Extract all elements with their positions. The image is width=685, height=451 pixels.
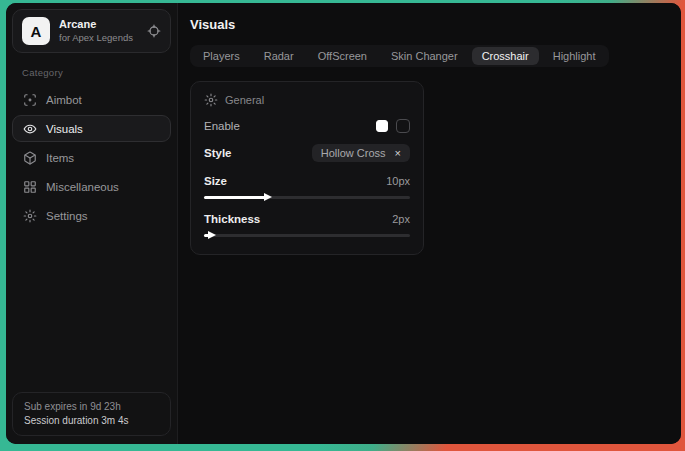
page-title: Visuals xyxy=(190,17,681,32)
sidebar-item-label: Visuals xyxy=(46,123,83,135)
app-window: A Arcane for Apex Legends Category Aimbo… xyxy=(6,3,681,444)
sub-expires-text: Sub expires in 9d 23h xyxy=(24,400,159,414)
enable-keybind-box[interactable] xyxy=(396,119,410,133)
enable-row: Enable xyxy=(204,119,410,133)
style-row: Style Hollow Cross × xyxy=(204,144,410,162)
general-panel: General Enable Style Hollow Cross × Size… xyxy=(190,81,424,255)
tab-skin-changer[interactable]: Skin Changer xyxy=(381,47,468,65)
sidebar-item-miscellaneous[interactable]: Miscellaneous xyxy=(12,173,171,200)
thickness-label: Thickness xyxy=(204,213,260,225)
style-value: Hollow Cross xyxy=(321,147,386,159)
thickness-slider[interactable] xyxy=(204,230,410,240)
thickness-row: Thickness 2px xyxy=(204,213,410,225)
panel-header: General xyxy=(204,93,410,107)
app-subtitle: for Apex Legends xyxy=(59,32,138,44)
gear-icon xyxy=(23,209,37,223)
size-label: Size xyxy=(204,175,227,187)
size-value: 10px xyxy=(386,175,410,187)
enable-checkbox[interactable] xyxy=(376,120,388,132)
sidebar-item-items[interactable]: Items xyxy=(12,144,171,171)
size-row: Size 10px xyxy=(204,175,410,187)
session-duration-text: Session duration 3m 4s xyxy=(24,414,159,428)
sidebar-item-label: Settings xyxy=(46,210,88,222)
style-label: Style xyxy=(204,147,232,159)
sidebar-item-label: Items xyxy=(46,152,74,164)
tab-highlight[interactable]: Highlight xyxy=(543,47,606,65)
tab-bar: PlayersRadarOffScreenSkin ChangerCrossha… xyxy=(190,45,609,67)
target-icon[interactable] xyxy=(147,24,161,38)
enable-label: Enable xyxy=(204,120,240,132)
thickness-value: 2px xyxy=(392,213,410,225)
grid-icon xyxy=(23,180,37,194)
sidebar-item-visuals[interactable]: Visuals xyxy=(12,115,171,142)
clear-style-icon[interactable]: × xyxy=(395,148,401,159)
tab-players[interactable]: Players xyxy=(193,47,250,65)
panel-title: General xyxy=(225,94,264,106)
eye-icon xyxy=(23,122,37,136)
app-name: Arcane xyxy=(59,18,138,32)
main-content: Visuals PlayersRadarOffScreenSkin Change… xyxy=(178,3,681,444)
thickness-slider-thumb[interactable] xyxy=(208,231,216,239)
size-slider[interactable] xyxy=(204,192,410,202)
brand-card: A Arcane for Apex Legends xyxy=(12,9,171,53)
sidebar: A Arcane for Apex Legends Category Aimbo… xyxy=(6,3,178,444)
package-icon xyxy=(23,151,37,165)
sidebar-item-aimbot[interactable]: Aimbot xyxy=(12,86,171,113)
gear-icon xyxy=(204,93,218,107)
category-label: Category xyxy=(12,65,171,86)
focus-icon xyxy=(23,93,37,107)
style-select[interactable]: Hollow Cross × xyxy=(312,144,410,162)
size-slider-fill xyxy=(204,196,266,199)
brand-text: Arcane for Apex Legends xyxy=(59,18,138,44)
app-logo: A xyxy=(22,17,50,45)
size-slider-thumb[interactable] xyxy=(264,193,272,201)
sidebar-item-settings[interactable]: Settings xyxy=(12,202,171,229)
subscription-card: Sub expires in 9d 23h Session duration 3… xyxy=(12,392,171,436)
tab-radar[interactable]: Radar xyxy=(254,47,304,65)
thickness-slider-track xyxy=(204,234,410,237)
tab-offscreen[interactable]: OffScreen xyxy=(308,47,377,65)
sidebar-item-label: Aimbot xyxy=(46,94,82,106)
sidebar-item-label: Miscellaneous xyxy=(46,181,119,193)
sidebar-nav: AimbotVisualsItemsMiscellaneousSettings xyxy=(12,86,171,229)
tab-crosshair[interactable]: Crosshair xyxy=(472,47,539,65)
